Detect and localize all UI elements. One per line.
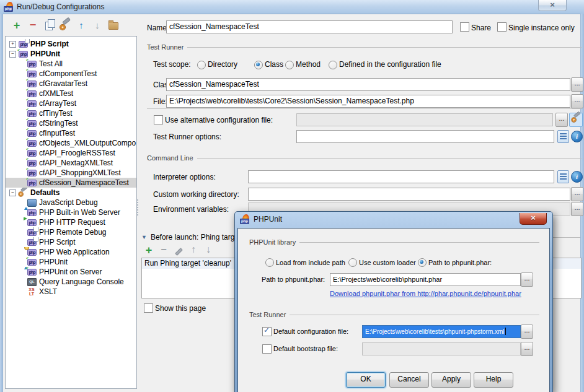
scope-method-radio[interactable]: [285, 61, 294, 69]
default-bootstrap-input[interactable]: [362, 342, 521, 355]
default-bootstrap-checkbox[interactable]: [262, 344, 272, 354]
new-folder-button[interactable]: [107, 19, 120, 32]
tree-item-19[interactable]: phpPHP Remote Debug: [6, 227, 136, 237]
default-config-checkbox[interactable]: [262, 327, 272, 336]
before-launch-remove-button[interactable]: −: [157, 244, 170, 255]
tree-item-12[interactable]: php✓cfAPI_NextagXMLTest: [6, 158, 136, 168]
before-launch-move-down-button[interactable]: ↓: [202, 244, 215, 255]
alt-config-browse-button[interactable]: ...: [555, 113, 568, 127]
move-down-button[interactable]: ↓: [91, 19, 104, 32]
lib-phar-path-label: Path to phpunit.phar:: [428, 259, 492, 266]
copy-icon: [45, 22, 53, 30]
phar-path-label: Path to phpunit.phar:: [262, 276, 325, 283]
show-this-page-checkbox[interactable]: [144, 303, 153, 313]
share-checkbox[interactable]: [460, 22, 469, 32]
file-browse-button[interactable]: ...: [571, 94, 583, 108]
tree-item-17[interactable]: phpPHP Built-in Web Server: [6, 207, 136, 217]
tree-item-5[interactable]: php✓cfXMLTest: [6, 89, 136, 98]
info-icon[interactable]: i: [571, 171, 583, 183]
expand-editor-icon[interactable]: [557, 130, 569, 143]
window-close-button[interactable]: ×: [538, 0, 567, 11]
titlebar[interactable]: php Run/Debug Configurations ×: [0, 0, 584, 14]
class-browse-button[interactable]: ...: [571, 77, 583, 92]
tree-expander-icon[interactable]: −: [9, 189, 16, 196]
scope-defined-label: Defined in the configuration file: [339, 60, 441, 69]
scope-method-label: Method: [296, 60, 321, 69]
help-button[interactable]: Help: [474, 372, 513, 388]
scope-class-radio[interactable]: [254, 61, 263, 69]
edit-defaults-button[interactable]: [58, 19, 72, 32]
class-input[interactable]: cfSession_NamespaceTest: [166, 78, 570, 91]
tree-item-7[interactable]: php✓cfTinyTest: [6, 108, 136, 118]
default-config-browse-button[interactable]: ...: [521, 324, 533, 339]
tree-item-18[interactable]: phpPHP HTTP Request: [6, 217, 136, 227]
env-vars-browse-button[interactable]: ...: [571, 202, 583, 216]
collapse-arrow-icon: ▼: [141, 234, 147, 240]
move-down-icon: ↓: [206, 244, 211, 255]
single-instance-checkbox[interactable]: [497, 22, 507, 32]
cancel-button[interactable]: Cancel: [389, 372, 429, 388]
apply-button[interactable]: Apply: [431, 372, 471, 388]
tree-item-24[interactable]: QLQuery Language Console: [6, 277, 136, 287]
scope-defined-radio[interactable]: [329, 61, 337, 69]
new-folder-icon: [108, 22, 118, 30]
lib-phar-path-radio[interactable]: [418, 258, 427, 267]
ok-button[interactable]: OK: [346, 372, 386, 388]
interpreter-options-input[interactable]: [248, 170, 554, 183]
tree-item-16[interactable]: JavaScript Debug: [6, 198, 136, 207]
default-config-input[interactable]: E:\Projects\web\corelib\tests\phpunit-ph…: [362, 325, 521, 338]
php-check-icon: php✓: [27, 90, 37, 98]
dialog-close-button[interactable]: ×: [520, 213, 547, 225]
before-launch-move-up-button[interactable]: ↑: [187, 244, 200, 255]
tree-expander-icon[interactable]: −: [9, 51, 16, 58]
move-up-button[interactable]: ↑: [74, 19, 88, 32]
before-launch-edit-button[interactable]: [172, 244, 185, 258]
lib-custom-loader-radio[interactable]: [348, 258, 357, 267]
env-vars-label: Environment variables:: [153, 205, 229, 214]
scope-directory-radio[interactable]: [197, 61, 206, 69]
download-phar-link[interactable]: Download phpunit.phar from http://phar.p…: [330, 290, 521, 297]
tree-item-22[interactable]: php✓PHPUnit: [6, 257, 136, 267]
tree-item-15[interactable]: −Defaults: [6, 188, 136, 198]
tree-item-23[interactable]: php✓PHPUnit on Server: [6, 267, 136, 277]
alt-config-input[interactable]: [296, 113, 553, 126]
tree-item-3[interactable]: php✓cfComponentTest: [6, 69, 136, 79]
file-input[interactable]: E:\Projects\web\corelib\tests\Core2\Sess…: [166, 95, 570, 108]
custom-working-dir-browse-button[interactable]: ...: [571, 187, 583, 201]
lib-include-path-radio[interactable]: [265, 258, 274, 267]
splitter-handle[interactable]: [137, 199, 140, 216]
tree-item-9[interactable]: php✓cfInputTest: [6, 128, 136, 138]
tree-item-10[interactable]: php✓cfObjects_XMLOutputCompo: [6, 138, 136, 148]
config-tree[interactable]: +phpPHP Script−php✓PHPUnitphp✓Test Allph…: [5, 36, 137, 389]
tree-item-4[interactable]: php✓cfGravatarTest: [6, 79, 136, 89]
default-bootstrap-browse-button[interactable]: ...: [521, 342, 533, 356]
tree-item-6[interactable]: php✓cfArrayTest: [6, 98, 136, 108]
before-launch-add-button[interactable]: +: [143, 244, 155, 255]
tree-item-21[interactable]: phpPHP Web Application: [6, 247, 136, 257]
custom-working-dir-input[interactable]: [248, 188, 570, 201]
tree-item-20[interactable]: phpPHP Script: [6, 237, 136, 247]
tree-item-2[interactable]: php✓Test All: [6, 59, 136, 69]
remove-config-button[interactable]: −: [26, 19, 40, 32]
add-config-button[interactable]: +: [10, 19, 24, 32]
tree-item-label: cfStringTest: [39, 119, 78, 128]
tree-expander-icon[interactable]: +: [9, 41, 16, 48]
expand-editor-icon[interactable]: [557, 170, 569, 183]
tree-item-1[interactable]: −php✓PHPUnit: [6, 49, 136, 59]
info-icon[interactable]: i: [571, 131, 583, 142]
console-icon: QL: [27, 278, 37, 286]
copy-config-button[interactable]: [42, 19, 56, 32]
phar-path-browse-button[interactable]: ...: [521, 272, 533, 287]
tree-item-25[interactable]: XSLTXSLT: [6, 287, 136, 297]
alt-config-checkbox[interactable]: [154, 115, 163, 124]
tree-item-14[interactable]: php✓cfSession_NamespaceTest: [6, 178, 136, 188]
tree-item-13[interactable]: php✓cfAPI_ShoppingXMLTest: [6, 168, 136, 178]
name-input[interactable]: cfSession_NamespaceTest: [166, 20, 453, 33]
tree-item-11[interactable]: php✓cfAPI_FroogleRSSTest: [6, 148, 136, 158]
tree-item-8[interactable]: php✓cfStringTest: [6, 118, 136, 128]
tree-item-0[interactable]: +phpPHP Script: [6, 39, 136, 49]
phar-path-input[interactable]: E:\Projects\web\corelib\phpunit.phar: [330, 273, 521, 286]
test-runner-options-input[interactable]: [296, 130, 554, 143]
move-up-icon: ↑: [191, 244, 196, 255]
alt-config-settings-button[interactable]: [569, 113, 583, 127]
